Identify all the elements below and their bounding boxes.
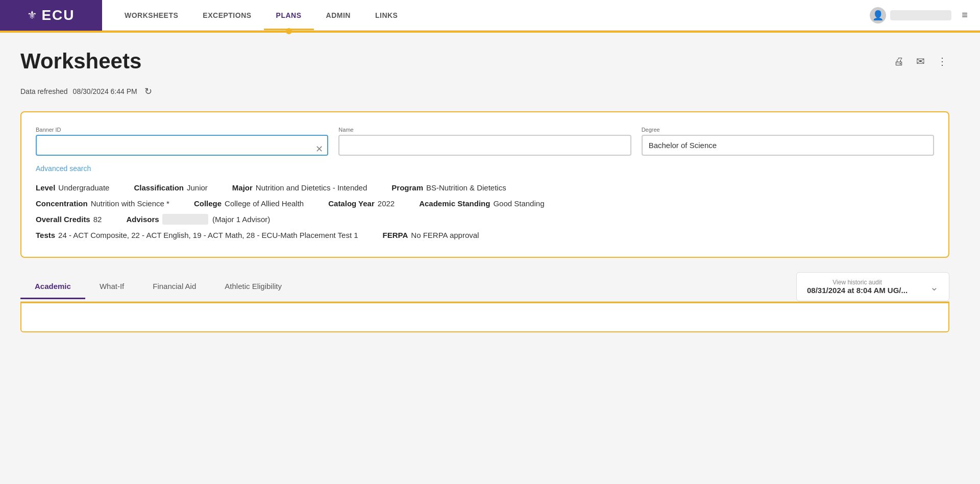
- advisors-suffix: (Major 1 Advisor): [212, 215, 270, 224]
- refresh-label: Data refreshed: [20, 87, 68, 95]
- major-pair: Major Nutrition and Dietetics - Intended: [232, 183, 367, 192]
- historic-audit-button[interactable]: View historic audit 08/31/2024 at 8:04 A…: [796, 272, 949, 301]
- user-avatar-icon[interactable]: 👤: [870, 7, 886, 23]
- program-value: BS-Nutrition & Dietetics: [426, 183, 506, 192]
- page-header-actions: 🖨 ✉ ⋮: [892, 53, 949, 69]
- historic-audit-value: 08/31/2024 at 8:04 AM UG/...: [807, 286, 908, 295]
- nav-user: 👤: [870, 7, 951, 23]
- level-label: Level: [36, 183, 55, 192]
- print-button[interactable]: 🖨: [892, 54, 906, 69]
- advisors-name-placeholder: [162, 214, 208, 225]
- classification-label: Classification: [134, 183, 184, 192]
- tabs-list: Academic What-If Financial Aid Athletic …: [20, 275, 296, 299]
- logo-shield-icon: ⚜: [27, 9, 37, 22]
- student-info-row-2: Concentration Nutrition with Science * C…: [36, 199, 934, 208]
- level-pair: Level Undergraduate: [36, 183, 109, 192]
- overall-credits-value: 82: [93, 215, 102, 224]
- tests-label: Tests: [36, 231, 55, 239]
- tab-what-if[interactable]: What-If: [85, 275, 138, 299]
- tab-athletic-eligibility[interactable]: Athletic Eligibility: [210, 275, 296, 299]
- catalog-year-pair: Catalog Year 2022: [328, 199, 395, 208]
- refresh-button[interactable]: ↻: [142, 84, 154, 99]
- concentration-value: Nutrition with Science *: [91, 199, 169, 208]
- clear-banner-id-button[interactable]: ✕: [315, 143, 323, 155]
- tests-pair: Tests 24 - ACT Composite, 22 - ACT Engli…: [36, 231, 358, 239]
- degree-input[interactable]: [642, 135, 934, 156]
- overall-credits-label: Overall Credits: [36, 215, 90, 224]
- page-content: Worksheets 🖨 ✉ ⋮ Data refreshed 08/30/20…: [0, 33, 970, 349]
- user-name-display: [890, 10, 951, 20]
- college-label: College: [194, 199, 222, 208]
- email-button[interactable]: ✉: [914, 53, 927, 69]
- degree-label: Degree: [642, 127, 934, 133]
- chevron-down-icon: ⌄: [930, 281, 939, 293]
- page-header: Worksheets 🖨 ✉ ⋮: [20, 49, 949, 74]
- tab-academic[interactable]: Academic: [20, 275, 85, 299]
- student-info: Level Undergraduate Classification Junio…: [36, 183, 934, 239]
- tests-value: 24 - ACT Composite, 22 - ACT English, 19…: [58, 231, 358, 239]
- hamburger-menu-button[interactable]: ≡: [960, 7, 970, 23]
- classification-pair: Classification Junior: [134, 183, 207, 192]
- search-fields: Banner ID ✕ Name Degree: [36, 127, 934, 156]
- advanced-search-link[interactable]: Advanced search: [36, 164, 91, 173]
- refresh-date: 08/30/2024 6:44 PM: [73, 87, 137, 95]
- academic-standing-label: Academic Standing: [419, 199, 490, 208]
- bottom-content-card: [20, 302, 949, 332]
- banner-id-label: Banner ID: [36, 127, 328, 133]
- college-value: College of Allied Health: [225, 199, 304, 208]
- ferpa-pair: FERPA No FERPA approval: [383, 231, 479, 239]
- name-field: Name: [338, 127, 631, 156]
- major-label: Major: [232, 183, 253, 192]
- college-pair: College College of Allied Health: [194, 199, 304, 208]
- refresh-bar: Data refreshed 08/30/2024 6:44 PM ↻: [20, 84, 949, 99]
- student-info-row-4: Tests 24 - ACT Composite, 22 - ACT Engli…: [36, 231, 934, 239]
- nav-bar: ⚜ ECU WORKSHEETS EXCEPTIONS PLANS ADMIN …: [0, 0, 980, 31]
- nav-link-exceptions[interactable]: EXCEPTIONS: [190, 0, 263, 30]
- ferpa-value: No FERPA approval: [411, 231, 479, 239]
- program-pair: Program BS-Nutrition & Dietetics: [391, 183, 506, 192]
- student-info-row-3: Overall Credits 82 Advisors (Major 1 Adv…: [36, 215, 934, 224]
- academic-standing-pair: Academic Standing Good Standing: [419, 199, 544, 208]
- historic-audit-content: View historic audit 08/31/2024 at 8:04 A…: [807, 279, 908, 295]
- student-info-row-1: Level Undergraduate Classification Junio…: [36, 183, 934, 192]
- search-card: Banner ID ✕ Name Degree Advanced search: [20, 111, 949, 258]
- banner-id-input[interactable]: [36, 135, 328, 156]
- catalog-year-label: Catalog Year: [328, 199, 375, 208]
- catalog-year-value: 2022: [378, 199, 395, 208]
- tab-financial-aid[interactable]: Financial Aid: [138, 275, 210, 299]
- more-options-button[interactable]: ⋮: [935, 53, 949, 69]
- overall-credits-pair: Overall Credits 82: [36, 215, 102, 224]
- classification-value: Junior: [187, 183, 208, 192]
- advisors-label: Advisors: [126, 215, 159, 224]
- advisors-value: (Major 1 Advisor): [162, 215, 271, 224]
- historic-audit-label: View historic audit: [807, 279, 908, 286]
- program-label: Program: [391, 183, 423, 192]
- name-label: Name: [338, 127, 631, 133]
- logo-text: ECU: [41, 7, 75, 23]
- name-input[interactable]: [338, 135, 631, 156]
- active-indicator: [286, 28, 292, 34]
- nav-link-links[interactable]: LINKS: [363, 0, 410, 30]
- banner-id-field: Banner ID ✕: [36, 127, 328, 156]
- nav-link-worksheets[interactable]: WORKSHEETS: [112, 0, 190, 30]
- ferpa-label: FERPA: [383, 231, 408, 239]
- nav-right: 👤 ≡: [870, 7, 980, 23]
- advisors-pair: Advisors (Major 1 Advisor): [126, 215, 270, 224]
- nav-links: WORKSHEETS EXCEPTIONS PLANS ADMIN LINKS: [112, 0, 410, 30]
- concentration-pair: Concentration Nutrition with Science *: [36, 199, 169, 208]
- nav-link-plans[interactable]: PLANS: [264, 0, 314, 30]
- major-value: Nutrition and Dietetics - Intended: [256, 183, 367, 192]
- tabs-section: Academic What-If Financial Aid Athletic …: [20, 272, 949, 302]
- concentration-label: Concentration: [36, 199, 88, 208]
- academic-standing-value: Good Standing: [493, 199, 544, 208]
- level-value: Undergraduate: [58, 183, 109, 192]
- page-title: Worksheets: [20, 49, 141, 74]
- nav-link-admin[interactable]: ADMIN: [314, 0, 363, 30]
- nav-logo[interactable]: ⚜ ECU: [0, 0, 102, 31]
- degree-field: Degree: [642, 127, 934, 156]
